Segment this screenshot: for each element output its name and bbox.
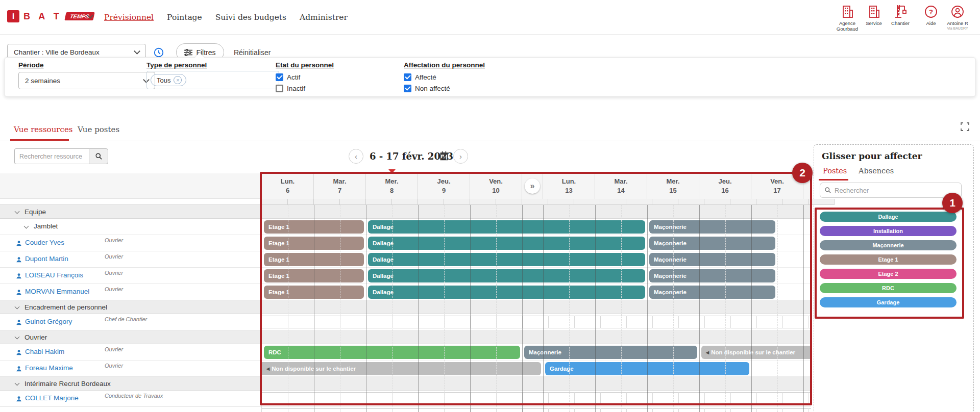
logo-i-icon: i xyxy=(7,10,19,22)
affectation-checkbox-affecté[interactable] xyxy=(404,73,411,81)
resource-role: Ouvrier xyxy=(105,286,123,292)
type-personnel-field[interactable]: Tous × xyxy=(146,71,279,89)
etat-personnel-label: Etat du personnel xyxy=(276,61,334,69)
affectation-checkbox-non-affecté[interactable] xyxy=(404,85,411,92)
user-icon xyxy=(942,4,973,19)
person-icon xyxy=(15,349,22,358)
etat-checkbox-inactif[interactable] xyxy=(276,85,283,92)
fullscreen-icon[interactable] xyxy=(961,122,969,133)
resource-role: Ouvrier xyxy=(105,270,123,276)
chip-label: Tous xyxy=(157,76,170,84)
filter-panel-notch xyxy=(195,53,204,58)
main-menu: PrévisionnelPointageSuivi des budgetsAdm… xyxy=(104,0,348,35)
etat-checkbox-label: Inactif xyxy=(287,85,305,92)
slot-cell-border xyxy=(600,408,601,412)
resource-name-link[interactable]: MORVAN Emmanuel xyxy=(25,288,89,295)
quick-link-label: Antoine R xyxy=(942,21,973,27)
assign-tab-absences[interactable]: Absences xyxy=(859,167,894,175)
app-root: i B A T TEMPS PrévisionnelPointageSuivi … xyxy=(0,0,980,412)
group-label: Equipe xyxy=(24,208,46,216)
assign-search-field[interactable] xyxy=(820,183,962,198)
quick-link-chantier[interactable]: Chantier xyxy=(885,4,916,27)
quick-link-antoine r[interactable]: Antoine RVla BAUDRY xyxy=(942,4,973,30)
resource-name-link[interactable]: Dupont Martin xyxy=(25,255,68,263)
resource-row-left: LOISEAU FrançoisOuvrier xyxy=(0,268,261,284)
annotation-callout-2: 2 xyxy=(792,163,813,183)
slot-cell-border xyxy=(704,408,705,412)
nav-item-pr-visionnel[interactable]: Prévisionnel xyxy=(104,13,154,22)
person-icon xyxy=(15,240,22,249)
resource-row-left: Jamblet xyxy=(0,219,261,235)
slot-cell-border xyxy=(756,408,757,412)
resource-role: Ouvrier xyxy=(105,363,123,369)
chip-remove-icon[interactable]: × xyxy=(174,76,182,84)
chevron-down-icon[interactable] xyxy=(15,209,20,214)
resource-name-link[interactable]: Couder Yves xyxy=(25,239,64,246)
resource-search-input[interactable] xyxy=(14,148,89,164)
slot-cell-border xyxy=(548,408,549,412)
tab-vue-postes[interactable]: Vue postes xyxy=(78,125,119,134)
tabbar-divider xyxy=(0,141,980,141)
nav-item-suivi-des-budgets[interactable]: Suivi des budgets xyxy=(215,13,286,22)
person-icon xyxy=(15,395,22,404)
resource-row-left: MORVAN EmmanuelOuvrier xyxy=(0,284,261,300)
type-personnel-chip: Tous × xyxy=(151,74,186,86)
person-icon xyxy=(15,256,22,265)
resource-role: Ouvrier xyxy=(105,346,123,352)
app-logo[interactable]: i B A T TEMPS xyxy=(7,9,94,24)
reset-filters-button[interactable]: Réinitialiser xyxy=(234,48,271,57)
chevron-down-icon[interactable] xyxy=(24,224,29,229)
resource-row-left: Foreau MaximeOuvrier xyxy=(0,360,261,377)
slot-cell-border xyxy=(626,408,627,412)
group-label: Ouvrier xyxy=(24,333,47,341)
assign-search-input[interactable] xyxy=(835,187,957,194)
person-icon xyxy=(15,289,22,298)
search-icon xyxy=(95,152,103,160)
subgroup-label: Jamblet xyxy=(34,222,58,230)
affectation-label: Affectation du personnel xyxy=(404,61,485,69)
chevron-down-icon[interactable] xyxy=(15,380,20,385)
nav-item-pointage[interactable]: Pointage xyxy=(167,13,202,22)
annotation-callout-1: 1 xyxy=(942,193,963,213)
affectation-checkbox-label: Affecté xyxy=(415,73,436,81)
etat-option-row: Actif xyxy=(276,72,305,82)
chantier-select-value: Chantier : Ville de Bordeaux xyxy=(14,48,100,56)
etat-checkbox-actif[interactable] xyxy=(276,73,283,81)
resource-search-button[interactable] xyxy=(89,148,108,164)
resource-row-left: Dupont MartinOuvrier xyxy=(0,251,261,268)
periode-select-value: 2 semaines xyxy=(25,77,60,85)
resource-name-link[interactable]: LOISEAU François xyxy=(25,271,83,279)
slot-cell-border xyxy=(782,408,783,412)
periode-select[interactable]: 2 semaines xyxy=(18,72,155,89)
affectation-option-row: Affecté xyxy=(404,72,450,82)
periode-label: Période xyxy=(18,61,44,69)
annotation-box-pills xyxy=(815,208,964,319)
nav-item-administrer[interactable]: Administrer xyxy=(300,13,348,22)
slot-cell-border xyxy=(678,408,679,412)
assign-tab-underline xyxy=(819,179,848,181)
next-period-button[interactable]: › xyxy=(453,149,468,164)
sliders-icon xyxy=(184,49,192,56)
etat-checkbox-label: Actif xyxy=(287,73,300,81)
chevron-down-icon[interactable] xyxy=(15,334,20,339)
resource-role: Ouvrier xyxy=(105,237,123,243)
resource-name-link[interactable]: Chabi Hakim xyxy=(25,348,64,355)
slot-cell-border xyxy=(808,408,809,412)
tab-vue-ressources[interactable]: Vue ressources xyxy=(14,125,72,134)
top-nav: i B A T TEMPS PrévisionnelPointageSuivi … xyxy=(0,0,980,35)
resource-row-left: Couder YvesOuvrier xyxy=(0,235,261,251)
quick-link-sublabel: Vla BAUDRY xyxy=(942,27,973,30)
subheader-cell xyxy=(808,199,835,205)
calendar-icon[interactable] xyxy=(439,151,449,163)
prev-period-button[interactable]: ‹ xyxy=(349,149,363,164)
assign-tab-postes[interactable]: Postes xyxy=(823,167,847,175)
resource-role: Ouvrier xyxy=(105,253,123,260)
resource-name-link[interactable]: Foreau Maxime xyxy=(25,364,73,372)
person-icon xyxy=(15,272,22,281)
resource-name-link[interactable]: Guinot Grégory xyxy=(25,318,72,325)
resource-row-left: Chabi HakimOuvrier xyxy=(0,344,261,360)
affectation-option-row: Non affecté xyxy=(404,84,450,93)
annotation-box-gantt xyxy=(260,172,812,405)
resource-name-link[interactable]: COLLET Marjorie xyxy=(25,394,79,402)
chevron-down-icon[interactable] xyxy=(15,304,20,309)
